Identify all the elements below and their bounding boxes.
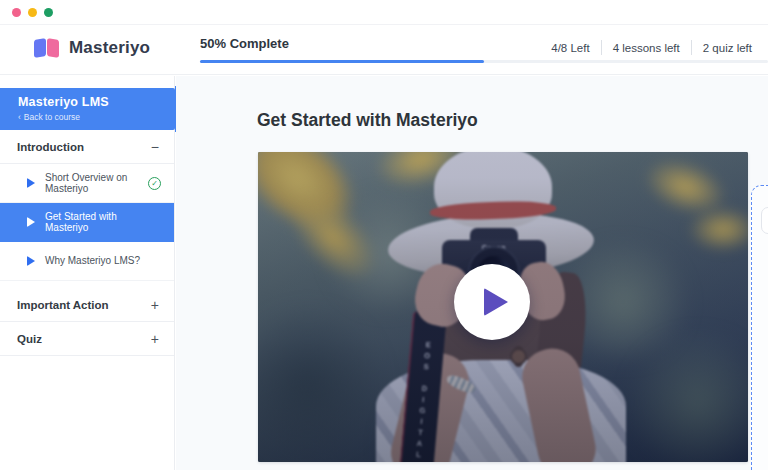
lesson-item-short-overview[interactable]: Short Overview on Masteriyo ✓ (0, 164, 174, 203)
collapse-icon[interactable]: − (151, 140, 159, 154)
section-quiz[interactable]: Quiz + (0, 322, 174, 356)
lesson-label: Why Masteriyo LMS? (45, 255, 161, 267)
next-page-preview-panel (751, 185, 768, 470)
window-titlebar (0, 0, 768, 25)
curriculum-list: Introduction − Short Overview on Masteri… (0, 130, 174, 356)
app-window: Masteriyo 50% Complete 4/8 Left 4 lesson… (0, 0, 768, 470)
back-to-course-link[interactable]: ‹ Back to course (18, 112, 175, 122)
progress-track (200, 60, 768, 63)
lesson-label: Short Overview on Masteriyo (45, 172, 138, 195)
course-header: Masteriyo 50% Complete 4/8 Left 4 lesson… (0, 26, 768, 75)
section-label: Introduction (17, 141, 84, 153)
completed-check-icon: ✓ (148, 177, 161, 190)
stat-quiz-left: 2 quiz left (692, 42, 763, 54)
chevron-left-icon: ‹ (18, 112, 21, 122)
lesson-item-why-masteriyo[interactable]: Why Masteriyo LMS? (0, 242, 174, 281)
play-icon (27, 217, 35, 227)
window-close-icon[interactable] (12, 8, 21, 17)
curriculum-sidebar: Masteriyo LMS ‹ Back to course ✕ Introdu… (0, 76, 175, 470)
expand-icon[interactable]: + (151, 332, 159, 346)
sidebar-title: Masteriyo LMS (18, 95, 175, 109)
course-stats: 4/8 Left 4 lessons left 2 quiz left (540, 40, 763, 55)
stat-items-left: 4/8 Left (540, 42, 600, 54)
play-icon (27, 178, 35, 188)
window-minimize-icon[interactable] (28, 8, 37, 17)
masteriyo-logo-icon (34, 37, 60, 59)
section-introduction[interactable]: Introduction − (0, 130, 174, 164)
section-label: Important Action (17, 299, 109, 311)
progress-fill (200, 60, 484, 63)
sidebar-header: Masteriyo LMS ‹ Back to course (0, 88, 175, 130)
expand-icon[interactable]: + (151, 298, 159, 312)
lesson-label: Get Started with Masteriyo (45, 211, 161, 234)
play-icon (27, 256, 35, 266)
lesson-video-player[interactable]: EOS DIGITAL Canon (258, 152, 748, 462)
stat-lessons-left: 4 lessons left (602, 42, 691, 54)
lesson-title: Get Started with Masteriyo (257, 110, 478, 131)
lesson-content: Get Started with Masteriyo (176, 76, 768, 470)
window-zoom-icon[interactable] (44, 8, 53, 17)
play-icon (484, 288, 508, 316)
lesson-item-get-started[interactable]: Get Started with Masteriyo (0, 203, 174, 242)
brand[interactable]: Masteriyo (34, 37, 150, 59)
back-to-course-label: Back to course (24, 112, 80, 122)
video-play-button[interactable] (454, 264, 530, 340)
section-important-action[interactable]: Important Action + (0, 288, 174, 322)
preview-card (761, 207, 768, 234)
brand-name: Masteriyo (69, 38, 150, 58)
section-label: Quiz (17, 333, 42, 345)
